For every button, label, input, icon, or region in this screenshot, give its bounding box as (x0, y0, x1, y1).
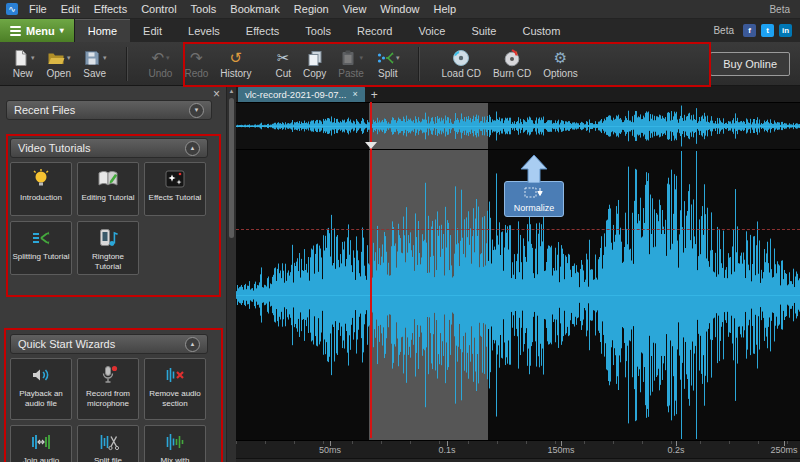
overview-waveform-canvas[interactable] (236, 103, 800, 149)
load-cd-button[interactable]: Load CD (436, 47, 485, 80)
video-tutorials-header[interactable]: Video Tutorials ▲ (10, 138, 208, 158)
tile-mix-with[interactable]: Mix with (144, 425, 206, 462)
cut-button[interactable]: ✂ Cut (270, 47, 296, 80)
load-cd-icon (452, 49, 470, 67)
app-icon: ∿ (6, 3, 18, 15)
menu-file[interactable]: File (22, 1, 54, 17)
linkedin-icon[interactable]: in (779, 24, 792, 37)
normalize-widget[interactable]: Normalize (502, 155, 566, 217)
tile-effects-tutorial[interactable]: Effects Tutorial (144, 162, 206, 216)
lightbulb-icon (30, 167, 52, 191)
menubar: ∿ File Edit Effects Control Tools Bookma… (0, 0, 800, 19)
new-button[interactable]: ▾ New (6, 47, 40, 80)
paste-button[interactable]: ▾ Paste (333, 47, 369, 80)
waveform-overview[interactable] (236, 103, 800, 150)
burn-cd-button[interactable]: Burn CD (488, 47, 536, 80)
tile-splitting-tutorial[interactable]: Splitting Tutorial (10, 221, 72, 275)
tab-tools[interactable]: Tools (292, 19, 344, 42)
splitting-arrows-icon (30, 226, 52, 250)
ribbon-menu-label: Menu (26, 25, 55, 37)
menu-edit[interactable]: Edit (54, 1, 87, 17)
scrollbar-thumb[interactable] (229, 98, 234, 238)
document-tab-title: vlc-record-2021-09-07... (245, 89, 346, 100)
tab-suite[interactable]: Suite (458, 19, 509, 42)
tab-edit[interactable]: Edit (130, 19, 175, 42)
split-button[interactable]: ▾ Split (371, 47, 405, 80)
quick-start-wizards-header[interactable]: Quick Start Wizards ▲ (10, 334, 208, 354)
horizontal-scrollbar[interactable] (236, 458, 800, 462)
menu-region[interactable]: Region (287, 1, 336, 17)
close-icon[interactable]: × (352, 89, 357, 99)
chevron-down-icon: ▾ (60, 26, 64, 35)
chevron-down-icon[interactable]: ▾ (67, 54, 71, 62)
menu-control[interactable]: Control (134, 1, 183, 17)
timeline-tick: 0.2s (654, 445, 698, 455)
tile-split-file[interactable]: Split file (77, 425, 139, 462)
ribbon-menu-button[interactable]: Menu ▾ (0, 19, 75, 42)
timeline-tick: 50ms (308, 445, 352, 455)
new-tab-button[interactable]: + (365, 88, 384, 102)
tile-playback-audio-file[interactable]: Playback an audio file (10, 358, 72, 420)
burn-cd-icon (503, 49, 521, 67)
waveform-view[interactable]: Normalize (236, 150, 800, 440)
chevron-down-icon[interactable]: ▾ (166, 54, 170, 62)
options-button[interactable]: ⚙ Options (538, 47, 582, 80)
new-document-icon (11, 49, 29, 67)
facebook-icon[interactable]: f (743, 24, 756, 37)
tile-ringtone-tutorial[interactable]: Ringtone Tutorial (77, 221, 139, 275)
close-icon[interactable]: × (213, 88, 220, 100)
copy-pages-icon (306, 49, 324, 67)
document-tabbar: vlc-record-2021-09-07... × + (236, 86, 800, 103)
chevron-up-icon[interactable]: ▲ (185, 337, 200, 352)
playback-cursor (370, 102, 372, 438)
recent-files-header[interactable]: Recent Files ▼ (6, 100, 212, 120)
main-toolbar: ▾ New ▾ Open ▾ Save ↶ ▾ Undo ↷ Redo ↺ H (0, 42, 800, 86)
menu-bookmark[interactable]: Bookmark (223, 1, 287, 17)
tab-record[interactable]: Record (344, 19, 405, 42)
menu-help[interactable]: Help (426, 1, 463, 17)
buy-online-button[interactable]: Buy Online (710, 52, 790, 76)
playback-speaker-icon (30, 363, 52, 387)
timeline-tick: 0.1s (425, 445, 469, 455)
undo-button[interactable]: ↶ ▾ Undo (144, 47, 178, 80)
tile-record-from-microphone[interactable]: Record from microphone (77, 358, 139, 420)
chevron-up-icon[interactable]: ▲ (185, 141, 200, 156)
twitter-icon[interactable]: t (761, 24, 774, 37)
chevron-down-icon[interactable]: ▾ (31, 54, 35, 62)
chevron-down-icon[interactable]: ▾ (359, 54, 363, 62)
tab-effects[interactable]: Effects (233, 19, 292, 42)
save-disk-icon (83, 49, 101, 67)
tile-introduction[interactable]: Introduction (10, 162, 72, 216)
remove-section-icon (164, 363, 186, 387)
normalize-button[interactable]: Normalize (504, 181, 564, 217)
tile-remove-audio-section[interactable]: Remove audio section (144, 358, 206, 420)
sidebar-scrollbar[interactable]: ▲ (226, 86, 236, 462)
save-button[interactable]: ▾ Save (78, 47, 112, 80)
tab-voice[interactable]: Voice (405, 19, 458, 42)
tab-custom[interactable]: Custom (509, 19, 573, 42)
tab-levels[interactable]: Levels (175, 19, 233, 42)
tile-join-audio[interactable]: Join audio (10, 425, 72, 462)
redo-button[interactable]: ↷ Redo (179, 47, 213, 80)
open-folder-icon (47, 49, 65, 67)
sidebar-panel: × Recent Files ▼ Video Tutorials ▲ Intro… (0, 86, 226, 462)
history-button[interactable]: ↺ History (215, 47, 256, 80)
timeline-ruler[interactable]: 50ms 0.1s 150ms 0.2s 250ms (236, 440, 800, 458)
scroll-up-icon[interactable]: ▲ (227, 86, 236, 94)
timeline-tick: 150ms (539, 445, 583, 455)
menu-view[interactable]: View (336, 1, 374, 17)
tab-home[interactable]: Home (75, 19, 130, 42)
chevron-down-icon[interactable]: ▼ (189, 103, 204, 118)
history-arrow-icon: ↺ (230, 49, 243, 67)
chevron-down-icon[interactable]: ▾ (396, 54, 400, 62)
menu-tools[interactable]: Tools (184, 1, 224, 17)
tile-editing-tutorial[interactable]: Editing Tutorial (77, 162, 139, 216)
document-tab[interactable]: vlc-record-2021-09-07... × (238, 86, 365, 102)
toolbar-separator (418, 47, 420, 81)
open-button[interactable]: ▾ Open (42, 47, 76, 80)
menu-window[interactable]: Window (373, 1, 426, 17)
menu-effects[interactable]: Effects (87, 1, 134, 17)
playhead-marker[interactable] (365, 142, 377, 149)
chevron-down-icon[interactable]: ▾ (103, 54, 107, 62)
copy-button[interactable]: Copy (298, 47, 331, 80)
